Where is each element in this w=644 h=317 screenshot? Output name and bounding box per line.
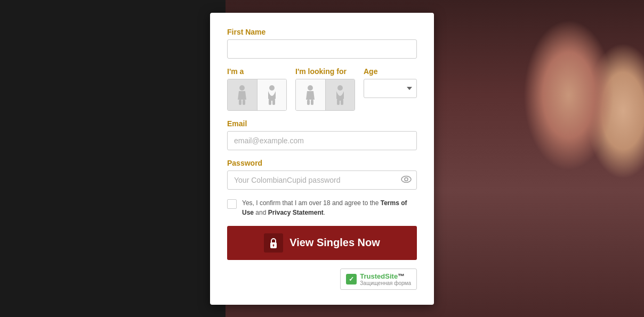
trusted-name-black: Trusted [360,272,385,280]
password-input[interactable] [227,170,417,190]
svg-point-14 [401,176,411,182]
svg-rect-3 [243,100,245,105]
email-input[interactable] [227,131,417,150]
svg-rect-6 [272,99,275,105]
terms-checkbox[interactable] [227,199,237,209]
male-icon [237,85,247,105]
looking-male-icon [305,85,316,105]
password-label: Password [227,159,417,167]
terms-text: Yes, I confirm that I am over 18 and agr… [242,198,417,217]
page-center: First Name I'm a [0,0,644,317]
password-group: Password [227,159,417,190]
svg-rect-5 [269,99,271,105]
trusted-text: TrustedSite™ Защищенная форма [360,272,411,286]
age-select[interactable]: 18 19 20 21 22 25 30 35 40 45 50 55 60 6… [364,79,417,98]
im-a-group: I'm a [227,67,287,111]
trusted-check-icon: ✓ [346,274,357,285]
email-label: Email [227,119,417,128]
age-label: Age [364,67,417,76]
gender-age-row: I'm a [227,67,417,111]
trusted-name-green: Site [385,272,398,280]
first-name-group: First Name [227,28,417,59]
terms-row: Yes, I confirm that I am over 18 and agr… [227,198,417,217]
email-group: Email [227,119,417,150]
trusted-subtitle: Защищенная форма [360,280,411,286]
looking-for-selector [295,79,355,111]
svg-point-15 [405,177,408,181]
svg-rect-10 [311,100,313,105]
terms-prefix: Yes, I confirm that I am over 18 and agr… [242,199,381,207]
svg-rect-2 [239,100,241,105]
age-group: Age 18 19 20 21 22 25 30 35 40 45 50 55 … [364,67,417,111]
looking-female-icon [335,85,345,105]
svg-point-4 [269,85,275,91]
im-a-selector [227,79,287,111]
female-icon [267,85,277,105]
view-singles-button[interactable]: View Singles Now [227,226,417,260]
looking-for-label: I'm looking for [295,67,355,76]
svg-point-7 [308,85,313,91]
looking-female-option[interactable] [326,79,355,110]
lock-icon-wrap [264,233,283,253]
svg-rect-12 [337,99,340,105]
cta-label: View Singles Now [289,237,380,249]
terms-suffix: . [324,209,325,216]
svg-marker-1 [238,91,246,100]
im-a-label: I'm a [227,67,287,76]
svg-rect-13 [341,99,343,105]
svg-rect-9 [307,100,310,105]
looking-for-group: I'm looking for [295,67,355,111]
im-a-male-option[interactable] [228,79,257,110]
terms-mid: and [254,209,268,216]
svg-rect-18 [273,245,274,247]
svg-point-11 [337,85,343,91]
looking-male-option[interactable] [296,79,326,110]
show-password-icon[interactable] [401,174,412,185]
svg-point-0 [239,85,245,91]
privacy-statement-link[interactable]: Privacy Statement [268,209,324,216]
first-name-label: First Name [227,28,417,36]
lock-icon [269,237,278,249]
trusted-site: ✓ TrustedSite™ Защищенная форма [227,269,417,290]
trusted-name: TrustedSite™ [360,272,411,280]
signup-modal: First Name I'm a [210,13,434,305]
password-wrapper [227,170,417,190]
im-a-female-option[interactable] [257,79,287,110]
svg-marker-8 [306,91,315,100]
first-name-input[interactable] [227,39,417,59]
trusted-badge: ✓ TrustedSite™ Защищенная форма [340,269,417,290]
